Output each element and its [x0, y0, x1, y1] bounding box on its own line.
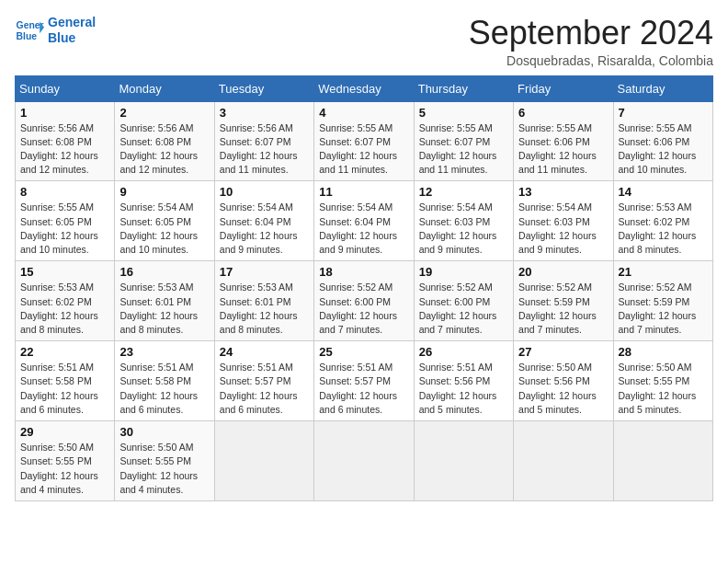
calendar-day-cell: 16Sunrise: 5:53 AMSunset: 6:01 PMDayligh… [115, 261, 214, 341]
calendar-day-cell: 20Sunrise: 5:52 AMSunset: 5:59 PMDayligh… [514, 261, 613, 341]
calendar-header: Sunday Monday Tuesday Wednesday Thursday… [16, 75, 713, 101]
day-info: Sunrise: 5:54 AMSunset: 6:03 PMDaylight:… [419, 201, 508, 257]
day-info: Sunrise: 5:51 AMSunset: 5:56 PMDaylight:… [419, 361, 508, 417]
calendar-day-cell: 2Sunrise: 5:56 AMSunset: 6:08 PMDaylight… [115, 101, 214, 181]
calendar-day-cell: 6Sunrise: 5:55 AMSunset: 6:06 PMDaylight… [514, 101, 613, 181]
calendar-day-cell [514, 421, 613, 501]
calendar-day-cell [214, 421, 313, 501]
calendar-day-cell: 4Sunrise: 5:55 AMSunset: 6:07 PMDaylight… [314, 101, 414, 181]
calendar-day-cell: 22Sunrise: 5:51 AMSunset: 5:58 PMDayligh… [16, 341, 115, 421]
day-info: Sunrise: 5:53 AMSunset: 6:02 PMDaylight:… [20, 281, 109, 337]
logo-icon: General Blue [15, 16, 44, 45]
col-tuesday: Tuesday [214, 75, 313, 101]
day-info: Sunrise: 5:54 AMSunset: 6:05 PMDaylight:… [119, 201, 209, 257]
day-number: 13 [518, 185, 608, 199]
day-info: Sunrise: 5:51 AMSunset: 5:57 PMDaylight:… [220, 361, 309, 417]
day-info: Sunrise: 5:54 AMSunset: 6:04 PMDaylight:… [319, 201, 408, 257]
day-number: 28 [619, 345, 708, 359]
day-info: Sunrise: 5:52 AMSunset: 5:59 PMDaylight:… [518, 281, 608, 337]
calendar-day-cell [613, 421, 712, 501]
day-info: Sunrise: 5:54 AMSunset: 6:04 PMDaylight:… [220, 201, 309, 257]
calendar-day-cell: 11Sunrise: 5:54 AMSunset: 6:04 PMDayligh… [314, 181, 414, 261]
calendar-week-row: 8Sunrise: 5:55 AMSunset: 6:05 PMDaylight… [16, 181, 713, 261]
day-info: Sunrise: 5:53 AMSunset: 6:02 PMDaylight:… [619, 201, 708, 257]
col-friday: Friday [514, 75, 613, 101]
calendar-day-cell: 12Sunrise: 5:54 AMSunset: 6:03 PMDayligh… [414, 181, 513, 261]
calendar-day-cell: 14Sunrise: 5:53 AMSunset: 6:02 PMDayligh… [613, 181, 712, 261]
calendar-day-cell: 13Sunrise: 5:54 AMSunset: 6:03 PMDayligh… [514, 181, 613, 261]
day-info: Sunrise: 5:50 AMSunset: 5:55 PMDaylight:… [119, 441, 209, 497]
day-info: Sunrise: 5:53 AMSunset: 6:01 PMDaylight:… [119, 281, 209, 337]
calendar-day-cell: 23Sunrise: 5:51 AMSunset: 5:58 PMDayligh… [115, 341, 214, 421]
day-number: 27 [518, 345, 608, 359]
day-number: 5 [419, 106, 508, 120]
day-info: Sunrise: 5:52 AMSunset: 6:00 PMDaylight:… [319, 281, 408, 337]
day-number: 7 [619, 106, 708, 120]
col-thursday: Thursday [414, 75, 513, 101]
day-info: Sunrise: 5:55 AMSunset: 6:06 PMDaylight:… [619, 121, 708, 178]
day-number: 23 [119, 345, 209, 359]
day-number: 22 [20, 345, 109, 359]
calendar-week-row: 29Sunrise: 5:50 AMSunset: 5:55 PMDayligh… [16, 421, 713, 501]
day-info: Sunrise: 5:52 AMSunset: 5:59 PMDaylight:… [619, 281, 708, 337]
calendar-day-cell: 9Sunrise: 5:54 AMSunset: 6:05 PMDaylight… [115, 181, 214, 261]
calendar-week-row: 1Sunrise: 5:56 AMSunset: 6:08 PMDaylight… [16, 101, 713, 181]
day-number: 1 [20, 106, 109, 120]
day-number: 6 [518, 106, 608, 120]
calendar-day-cell: 8Sunrise: 5:55 AMSunset: 6:05 PMDaylight… [16, 181, 115, 261]
day-number: 30 [119, 425, 209, 439]
calendar-day-cell: 19Sunrise: 5:52 AMSunset: 6:00 PMDayligh… [414, 261, 513, 341]
calendar-day-cell: 24Sunrise: 5:51 AMSunset: 5:57 PMDayligh… [214, 341, 313, 421]
calendar-day-cell: 3Sunrise: 5:56 AMSunset: 6:07 PMDaylight… [214, 101, 313, 181]
calendar-body: 1Sunrise: 5:56 AMSunset: 6:08 PMDaylight… [16, 101, 713, 500]
day-number: 17 [220, 265, 309, 279]
logo-text: General Blue [48, 15, 96, 46]
day-number: 11 [319, 185, 408, 199]
day-info: Sunrise: 5:50 AMSunset: 5:55 PMDaylight:… [20, 441, 109, 497]
calendar-day-cell: 28Sunrise: 5:50 AMSunset: 5:55 PMDayligh… [613, 341, 712, 421]
calendar-day-cell: 27Sunrise: 5:50 AMSunset: 5:56 PMDayligh… [514, 341, 613, 421]
day-number: 9 [119, 185, 209, 199]
day-number: 14 [619, 185, 708, 199]
day-info: Sunrise: 5:55 AMSunset: 6:07 PMDaylight:… [319, 121, 408, 178]
day-info: Sunrise: 5:50 AMSunset: 5:55 PMDaylight:… [619, 361, 708, 417]
calendar-day-cell: 10Sunrise: 5:54 AMSunset: 6:04 PMDayligh… [214, 181, 313, 261]
calendar-day-cell: 29Sunrise: 5:50 AMSunset: 5:55 PMDayligh… [16, 421, 115, 501]
calendar-day-cell: 7Sunrise: 5:55 AMSunset: 6:06 PMDaylight… [613, 101, 712, 181]
calendar-day-cell: 1Sunrise: 5:56 AMSunset: 6:08 PMDaylight… [16, 101, 115, 181]
day-number: 15 [20, 265, 109, 279]
calendar-day-cell [314, 421, 414, 501]
svg-text:Blue: Blue [17, 30, 38, 40]
calendar-day-cell: 18Sunrise: 5:52 AMSunset: 6:00 PMDayligh… [314, 261, 414, 341]
day-info: Sunrise: 5:56 AMSunset: 6:08 PMDaylight:… [20, 121, 109, 178]
day-number: 12 [419, 185, 508, 199]
col-saturday: Saturday [613, 75, 712, 101]
day-number: 29 [20, 425, 109, 439]
day-info: Sunrise: 5:54 AMSunset: 6:03 PMDaylight:… [518, 201, 608, 257]
day-number: 10 [220, 185, 309, 199]
calendar-week-row: 22Sunrise: 5:51 AMSunset: 5:58 PMDayligh… [16, 341, 713, 421]
day-info: Sunrise: 5:50 AMSunset: 5:56 PMDaylight:… [518, 361, 608, 417]
title-block: September 2024 Dosquebradas, Risaralda, … [469, 15, 713, 68]
logo: General Blue General Blue [15, 15, 96, 46]
day-info: Sunrise: 5:56 AMSunset: 6:07 PMDaylight:… [220, 121, 309, 178]
day-number: 24 [220, 345, 309, 359]
day-number: 8 [20, 185, 109, 199]
month-title: September 2024 [469, 15, 713, 52]
calendar-week-row: 15Sunrise: 5:53 AMSunset: 6:02 PMDayligh… [16, 261, 713, 341]
day-info: Sunrise: 5:53 AMSunset: 6:01 PMDaylight:… [220, 281, 309, 337]
day-number: 21 [619, 265, 708, 279]
day-number: 16 [119, 265, 209, 279]
col-wednesday: Wednesday [314, 75, 414, 101]
day-info: Sunrise: 5:55 AMSunset: 6:07 PMDaylight:… [419, 121, 508, 178]
day-info: Sunrise: 5:55 AMSunset: 6:06 PMDaylight:… [518, 121, 608, 178]
day-number: 2 [119, 106, 209, 120]
day-number: 3 [220, 106, 309, 120]
day-info: Sunrise: 5:52 AMSunset: 6:00 PMDaylight:… [419, 281, 508, 337]
calendar-day-cell: 26Sunrise: 5:51 AMSunset: 5:56 PMDayligh… [414, 341, 513, 421]
day-number: 20 [518, 265, 608, 279]
day-number: 19 [419, 265, 508, 279]
day-info: Sunrise: 5:51 AMSunset: 5:58 PMDaylight:… [119, 361, 209, 417]
day-info: Sunrise: 5:51 AMSunset: 5:57 PMDaylight:… [319, 361, 408, 417]
day-number: 4 [319, 106, 408, 120]
